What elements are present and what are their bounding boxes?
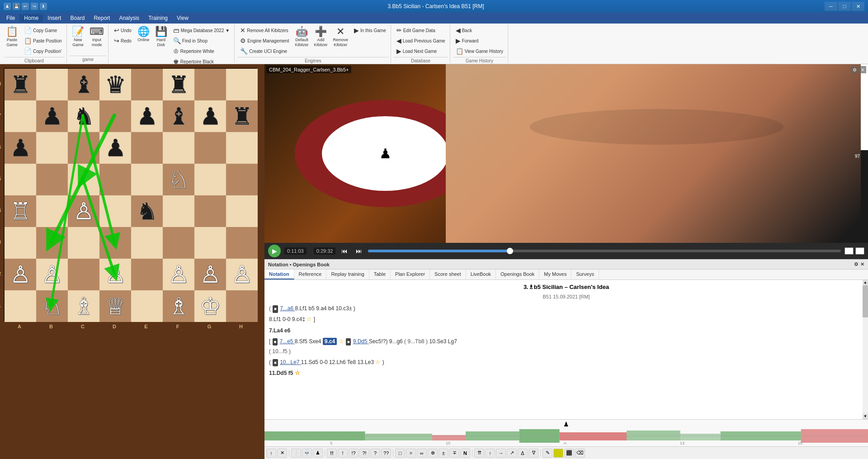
fast-forward-button[interactable]: ⏭ [354,246,364,256]
remove-kibitzer-button[interactable]: ✕ RemoveKibitzer [330,25,350,49]
menu-analysis[interactable]: Analysis [114,14,144,22]
square-g3[interactable] [194,227,226,259]
repertoire-white-button[interactable]: ♔ Repertoire White [170,46,232,56]
square-d3[interactable] [99,227,131,259]
square-h5[interactable] [226,164,258,195]
view-game-history-button[interactable]: 📋 View Game History [453,46,506,56]
load-previous-game-button[interactable]: ◀ Load Previous Game [394,36,448,46]
toolbar-plus-minus-button[interactable]: ± [439,449,448,458]
square-b6[interactable] [36,132,68,164]
square-e6[interactable] [131,132,163,164]
toolbar-minus-plus-button[interactable]: ∓ [449,449,459,458]
square-c6[interactable] [68,132,99,164]
toolbar-skull-button[interactable]: 💀 [302,449,312,458]
square-d1[interactable]: ♕ [99,290,131,322]
toolbar-color-button[interactable] [553,449,563,458]
toolbar-excl-q-button[interactable]: !? [349,449,359,458]
square-a4[interactable]: ♖ [5,195,36,227]
toolbar-plus-eq-button[interactable]: ⊕ [428,449,438,458]
undo-button[interactable]: ↩ Undo [111,25,134,35]
progress-thumb[interactable] [507,248,513,254]
square-b3[interactable] [36,227,68,259]
find-in-shop-button[interactable]: 🔍 Find in Shop [170,36,232,46]
square-a7[interactable] [5,100,36,132]
toolbar-arrow-up-up[interactable]: ⇈ [474,449,484,458]
video-close-button[interactable]: ✕ [859,66,866,73]
square-c4[interactable]: ♙ [68,195,99,227]
tab-openings-book[interactable]: Openings Book [496,270,539,279]
square-b7[interactable]: ♟ [36,100,68,132]
square-h7[interactable]: ♜ [226,100,258,132]
square-f3[interactable] [163,227,194,259]
square-e7[interactable]: ♟ [131,100,163,132]
toolbar-arrow-right[interactable]: → [496,449,506,458]
redo-button[interactable]: ↪ Redo [111,36,134,46]
square-a5[interactable] [5,164,36,195]
toolbar-delta[interactable]: Δ [518,449,528,458]
in-this-game-button[interactable]: ▶ In this Game [351,25,389,35]
tab-notation[interactable]: Notation [264,270,294,279]
paste-position-button[interactable]: 📋 Paste Position [21,36,65,46]
square-a3[interactable] [5,227,36,259]
square-f2[interactable]: ♙ [163,259,194,290]
square-h4[interactable] [226,195,258,227]
tab-my-moves[interactable]: My Moves [539,270,571,279]
square-f6[interactable] [163,132,194,164]
engine-management-button[interactable]: ⚙ Engine Management [237,36,292,46]
back-button[interactable]: ◀ Back [453,25,506,35]
toolbar-nabla[interactable]: ∇ [528,449,538,458]
square-c5[interactable] [68,164,99,195]
input-mode-button[interactable]: ⌨ Inputmode [87,25,106,49]
toolbar-q-excl-button[interactable]: ?! [359,449,369,458]
square-e2[interactable] [131,259,163,290]
square-f5[interactable]: ♘ [163,164,194,195]
square-b2[interactable]: ♙ [36,259,68,290]
mega-database-button[interactable]: 🗃 Mega Database 2022 ▼ [170,25,232,35]
volume-control[interactable] [844,247,864,255]
toolbar-pencil-button[interactable]: ✎ [542,449,552,458]
toolbar-q-button[interactable]: ? [370,449,380,458]
menu-view[interactable]: View [172,14,193,22]
toolbar-square-button[interactable]: □ [395,449,405,458]
toolbar-arrow-up2[interactable]: ↑ [485,449,495,458]
minimize-button[interactable]: ─ [825,2,837,11]
square-c1[interactable]: ♗ [68,290,99,322]
toolbar-delete-button[interactable]: ✕ [277,449,287,458]
square-g7[interactable]: ♟ [194,100,226,132]
toolbar-arrow-ne[interactable]: ↗ [507,449,517,458]
tab-score-sheet[interactable]: Score sheet [430,270,466,279]
square-e3[interactable] [131,227,163,259]
square-e5[interactable] [131,164,163,195]
remove-all-kibitzers-button[interactable]: ✕ Remove All Kibitzers [237,25,292,35]
square-d4[interactable] [99,195,131,227]
square-g4[interactable] [194,195,226,227]
restore-button[interactable]: □ [838,2,851,11]
square-e1[interactable] [131,290,163,322]
toolbar-double-q-button[interactable]: ?? [381,449,391,458]
menu-report[interactable]: Report [89,14,114,22]
square-h3[interactable] [226,227,258,259]
square-a6[interactable]: ♟ [5,132,36,164]
online-button[interactable]: 🌐 Online [135,25,152,44]
load-next-game-button[interactable]: ▶ Load Next Game [394,46,448,56]
square-d2[interactable]: ♙ [99,259,131,290]
edit-game-data-button[interactable]: ✏ Edit Game Data [394,25,448,35]
square-c3[interactable] [68,227,99,259]
video-close-buttons[interactable]: ⚙ ✕ [851,66,866,73]
square-c7[interactable]: ♞ [68,100,99,132]
square-b5[interactable] [36,164,68,195]
video-progress-bar[interactable] [368,250,841,252]
square-h1[interactable] [226,290,258,322]
rewind-button[interactable]: ⏮ [339,246,350,256]
volume-box-1[interactable] [844,247,854,255]
square-c2[interactable] [68,259,99,290]
square-h2[interactable]: ♙ [226,259,258,290]
toolbar-pawn-button[interactable]: ♟ [313,449,323,458]
square-h8[interactable] [226,69,258,100]
menu-home[interactable]: Home [19,14,43,22]
square-d7[interactable] [99,100,131,132]
menu-board[interactable]: Board [66,14,89,22]
video-settings-button[interactable]: ⚙ [851,66,858,73]
scroll-thumb[interactable] [863,285,868,317]
toolbar-excl-button[interactable]: ! [338,449,348,458]
